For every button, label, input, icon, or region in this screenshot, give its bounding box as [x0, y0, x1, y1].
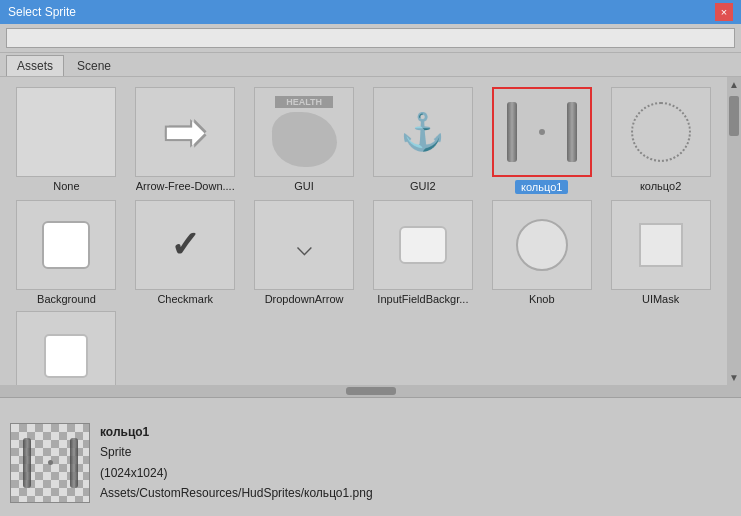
bottom-sprite-type: Sprite: [100, 442, 373, 462]
sprite-item-background[interactable]: Background: [10, 200, 123, 305]
close-button[interactable]: ×: [715, 3, 733, 21]
tab-assets[interactable]: Assets: [6, 55, 64, 76]
sprite-label-inputbg: InputFieldBackgr...: [377, 293, 468, 305]
sprite-item-ring1[interactable]: кольцо1: [485, 87, 598, 194]
bottom-sprite-dimensions: (1024x1024): [100, 463, 373, 483]
sprite-label-arrow: Arrow-Free-Down....: [136, 180, 235, 192]
bottom-info: кольцо1 Sprite (1024x1024) Assets/Custom…: [100, 422, 373, 504]
sprite-item-smallbg[interactable]: [10, 311, 123, 385]
sprite-item-uimask[interactable]: UIMask: [604, 200, 717, 305]
horizontal-scrollbar[interactable]: [0, 385, 741, 397]
window-title: Select Sprite: [8, 5, 76, 19]
title-bar: Select Sprite ×: [0, 0, 741, 24]
sprite-item-none[interactable]: None: [10, 87, 123, 194]
sprite-label-checkmark: Checkmark: [157, 293, 213, 305]
scrollbar-top-arrow[interactable]: ▲: [727, 77, 741, 92]
scrollbar-right[interactable]: ▲ ▼: [727, 77, 741, 385]
sprite-label-uimask: UIMask: [642, 293, 679, 305]
main-area: None ➡ Arrow-Free-Down.... HEALTH GUI ⚓ …: [0, 77, 741, 385]
sprite-item-knob[interactable]: Knob: [485, 200, 598, 305]
horiz-scrollbar-thumb[interactable]: [346, 387, 396, 395]
bottom-sprite-name: кольцо1: [100, 422, 373, 442]
sprite-item-gui[interactable]: HEALTH GUI: [248, 87, 361, 194]
sprite-item-arrow[interactable]: ➡ Arrow-Free-Down....: [129, 87, 242, 194]
sprite-item-gui2[interactable]: ⚓ GUI2: [367, 87, 480, 194]
sprite-label-ring2: кольцо2: [640, 180, 681, 192]
bottom-bar: кольцо1 Sprite (1024x1024) Assets/Custom…: [0, 397, 741, 516]
sprite-label-gui2: GUI2: [410, 180, 436, 192]
tab-scene[interactable]: Scene: [66, 55, 122, 76]
sprite-label-gui: GUI: [294, 180, 314, 192]
scrollbar-bottom-arrow[interactable]: ▼: [727, 370, 741, 385]
bottom-sprite-path: Assets/CustomResources/HudSprites/кольцо…: [100, 483, 373, 503]
sprite-label-background: Background: [37, 293, 96, 305]
sprite-grid: None ➡ Arrow-Free-Down.... HEALTH GUI ⚓ …: [0, 77, 727, 385]
scrollbar-thumb[interactable]: [729, 96, 739, 136]
bottom-preview: [10, 423, 90, 503]
sprite-label-none: None: [53, 180, 79, 192]
tabs-bar: Assets Scene: [0, 53, 741, 77]
search-input[interactable]: [6, 28, 735, 48]
sprite-label-dropdown: DropdownArrow: [265, 293, 344, 305]
search-bar: [0, 24, 741, 53]
sprite-label-ring1: кольцо1: [515, 180, 568, 194]
sprite-label-knob: Knob: [529, 293, 555, 305]
sprite-item-inputbg[interactable]: InputFieldBackgr...: [367, 200, 480, 305]
sprite-item-dropdown[interactable]: ⌵ DropdownArrow: [248, 200, 361, 305]
sprite-item-ring2[interactable]: кольцо2: [604, 87, 717, 194]
sprite-item-checkmark[interactable]: ✓ Checkmark: [129, 200, 242, 305]
